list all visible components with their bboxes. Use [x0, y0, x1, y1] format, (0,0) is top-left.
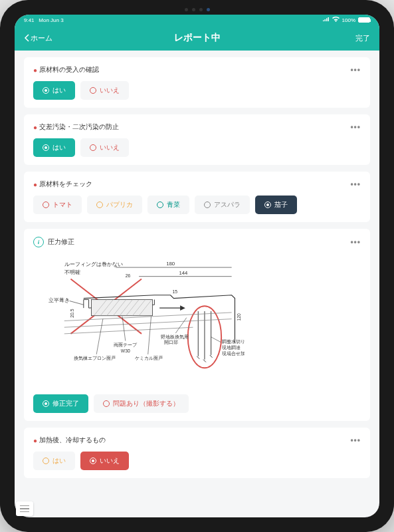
fix-done-button[interactable]: 修正完了	[33, 394, 88, 413]
genba-label: 現場合せ加工	[222, 351, 245, 356]
dim-15: 15	[173, 289, 178, 294]
btn-label: はい	[52, 456, 66, 466]
more-icon[interactable]: •••	[350, 65, 361, 74]
btn-label: いいえ	[100, 143, 120, 152]
chip-eggplant[interactable]: 茄子	[255, 196, 297, 214]
card-title: ● 原材料をチェック	[33, 180, 92, 189]
chosei-label: 調整水切り	[222, 339, 245, 344]
radio-icon	[43, 87, 49, 94]
chip-tomato[interactable]: トマト	[33, 196, 82, 214]
card-title: i 圧力修正	[33, 237, 74, 247]
signal-icon	[323, 17, 330, 23]
radio-icon	[90, 458, 96, 464]
dim-120: 120	[237, 313, 241, 321]
wifi-icon	[332, 17, 340, 23]
card-ingredients: ● 原材料をチェック ••• トマト パプリカ	[24, 172, 370, 222]
no-button[interactable]: いいえ	[80, 452, 129, 470]
yes-button[interactable]: はい	[33, 452, 75, 470]
problem-button[interactable]: 問題あり（撮影する）	[94, 394, 189, 413]
btn-label: 修正完了	[52, 399, 79, 408]
card-title: ● 原材料の受入の確認	[33, 65, 99, 74]
back-button[interactable]: ホーム	[24, 33, 52, 43]
btn-label: 問題あり（撮影する）	[113, 399, 179, 408]
more-icon[interactable]: •••	[350, 237, 361, 247]
radio-icon	[103, 400, 110, 407]
btn-label: はい	[52, 143, 66, 152]
card-receipt: ● 原材料の受入の確認 ••• はい いいえ	[24, 57, 370, 108]
dim-205: 20.5	[70, 309, 74, 317]
content-scroll[interactable]: ● 原材料の受入の確認 ••• はい いいえ	[15, 51, 379, 517]
yes-button[interactable]: はい	[33, 81, 75, 100]
technical-diagram: 180 144 26 ルーフィングは巻かない 不明確 立平葺き	[33, 254, 361, 388]
card-cooling: ● 加熱後、冷却するもの ••• はい いいえ	[24, 428, 370, 478]
opening-label: 開口部	[164, 340, 178, 344]
unknown-label: 不明確	[64, 269, 80, 275]
chevron-left-icon	[24, 34, 29, 42]
card-title: ● 加熱後、冷却するもの	[33, 436, 106, 445]
svg-line-4	[70, 301, 84, 305]
card-contamination: ● 交差汚染・二次汚染の防止 ••• はい いいえ	[24, 114, 370, 165]
title-text: 加熱後、冷却するもの	[39, 436, 106, 445]
more-icon[interactable]: •••	[350, 180, 361, 189]
chip-paprika[interactable]: パプリカ	[87, 196, 142, 214]
dim-180: 180	[166, 261, 175, 267]
nojiita-label: 野地板換気用	[161, 334, 189, 339]
svg-line-25	[211, 337, 221, 342]
tablet-frame: 9:41 Mon Jun 3 100% ホーム レポート中	[0, 0, 394, 532]
radio-icon	[96, 201, 103, 208]
menu-icon[interactable]	[16, 501, 33, 516]
svg-line-22	[96, 319, 103, 354]
battery-percent: 100%	[342, 17, 355, 23]
more-icon[interactable]: •••	[350, 122, 361, 132]
dim-26: 26	[126, 273, 131, 278]
card-pressure: i 圧力修正 ••• 180 144 26	[24, 229, 370, 421]
radio-icon	[157, 201, 163, 208]
svg-line-19	[64, 319, 232, 328]
apron-label: 換気棟エプロン面戸	[74, 356, 116, 360]
radio-icon	[204, 201, 211, 208]
svg-line-23	[148, 317, 151, 354]
dim-144: 144	[179, 270, 189, 276]
btn-label: 青菜	[167, 200, 180, 209]
svg-line-24	[175, 318, 186, 333]
more-icon[interactable]: •••	[350, 436, 361, 445]
radio-icon	[43, 144, 49, 151]
genchi-label: 現地調達	[222, 345, 241, 350]
tape-label: 両面テープ	[114, 342, 138, 347]
btn-label: はい	[52, 86, 66, 95]
radio-icon	[264, 201, 271, 208]
required-dot-icon: ●	[33, 124, 37, 131]
done-button[interactable]: 完了	[355, 33, 370, 43]
no-button[interactable]: いいえ	[80, 81, 129, 100]
nav-bar: ホーム レポート中 完了	[15, 25, 379, 51]
svg-line-20	[64, 327, 193, 334]
chip-asparagus[interactable]: アスパラ	[195, 196, 250, 214]
title-text: 圧力修正	[48, 237, 74, 247]
no-button[interactable]: いいえ	[80, 138, 129, 157]
chip-greens[interactable]: 青菜	[148, 196, 189, 214]
radio-icon	[43, 201, 49, 208]
btn-label: いいえ	[100, 86, 120, 95]
title-text: 原材料をチェック	[39, 180, 92, 189]
btn-label: 茄子	[274, 200, 288, 209]
chemical-label: ケミカル面戸	[135, 356, 163, 360]
card-title: ● 交差汚染・二次汚染の防止	[33, 122, 119, 132]
btn-label: パプリカ	[106, 200, 133, 209]
w30-label: W30	[121, 348, 130, 353]
required-dot-icon: ●	[33, 66, 37, 74]
page-title: レポート中	[174, 32, 221, 44]
radio-icon	[90, 87, 96, 94]
radio-icon	[43, 400, 49, 407]
btn-label: トマト	[52, 200, 72, 209]
title-text: 原材料の受入の確認	[39, 65, 99, 74]
battery-icon	[358, 17, 370, 23]
status-date: Mon Jun 3	[39, 17, 63, 23]
title-text: 交差汚染・二次汚染の防止	[39, 122, 119, 132]
radio-icon	[43, 458, 49, 464]
required-dot-icon: ●	[33, 437, 37, 444]
yes-button[interactable]: はい	[33, 138, 75, 157]
btn-label: アスパラ	[214, 200, 241, 209]
radio-icon	[90, 144, 96, 151]
info-icon[interactable]: i	[33, 237, 44, 247]
btn-label: いいえ	[100, 456, 120, 466]
